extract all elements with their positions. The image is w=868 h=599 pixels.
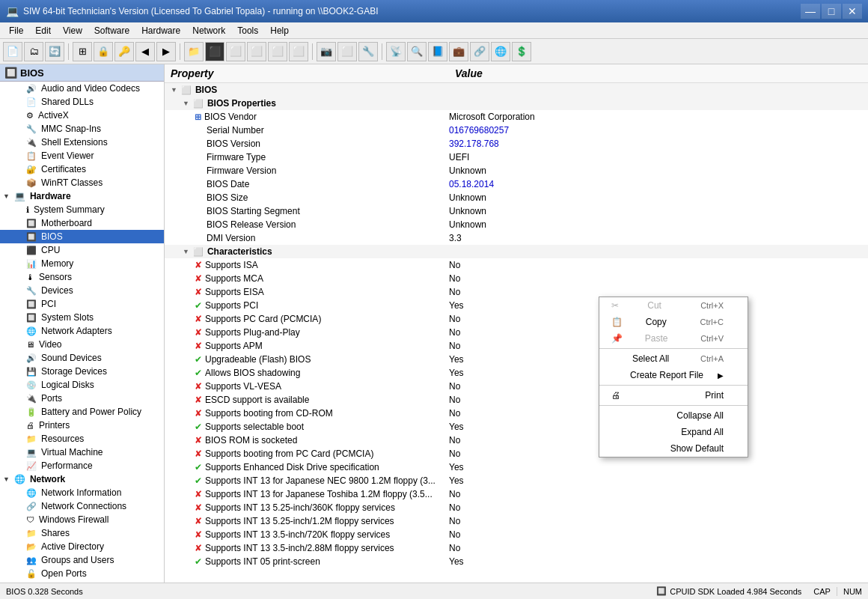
sidebar-item-windows-firewall[interactable]: 🛡Windows Firewall bbox=[0, 513, 164, 526]
context-item-copy[interactable]: 📋CopyCtrl+C bbox=[599, 314, 748, 330]
sidebar-item-resources[interactable]: 📁Resources bbox=[0, 432, 164, 446]
menu-item-file[interactable]: File bbox=[3, 24, 29, 37]
sidebar-item-open-ports[interactable]: 🔓Open Ports bbox=[0, 567, 164, 580]
section-row: ▼ ⬜ BIOS bbox=[165, 83, 868, 97]
status-yes-icon: ✔ bbox=[195, 354, 202, 365]
menu-item-software[interactable]: Software bbox=[88, 24, 135, 37]
toolbar-separator-3 bbox=[312, 43, 313, 60]
sidebar-item-performance[interactable]: 📈Performance bbox=[0, 459, 164, 472]
context-item-label: Select All bbox=[632, 353, 669, 364]
item-icon: ⬛ bbox=[26, 246, 37, 255]
sidebar-item-battery-and-power-policy[interactable]: 🔋Battery and Power Policy bbox=[0, 405, 164, 419]
sidebar-item-logical-disks[interactable]: 💿Logical Disks bbox=[0, 378, 164, 392]
sidebar-item-printers[interactable]: 🖨Printers bbox=[0, 419, 164, 432]
prop-label: Supports booting from CD-ROM bbox=[205, 408, 333, 419]
toolbar-back-button[interactable]: ◀ bbox=[135, 42, 155, 61]
data-row: ✔ Supports selectable boot Yes bbox=[165, 420, 868, 434]
toolbar-dollar-button[interactable]: 💲 bbox=[512, 42, 531, 61]
item-icon: 🔐 bbox=[26, 165, 37, 174]
context-item-create_report_file[interactable]: Create Report File▶ bbox=[599, 367, 748, 383]
sidebar-item-shares[interactable]: 📁Shares bbox=[0, 526, 164, 540]
context-item-print[interactable]: 🖨Print bbox=[599, 387, 748, 404]
close-button[interactable]: ✕ bbox=[843, 4, 862, 19]
minimize-button[interactable]: — bbox=[801, 4, 820, 19]
toolbar-box3-button[interactable]: ⬜ bbox=[247, 42, 266, 61]
toolbar-box2-button[interactable]: ⬜ bbox=[226, 42, 245, 61]
toolbar-box5-button[interactable]: ⬜ bbox=[289, 42, 308, 61]
toolbar-lock-button[interactable]: 🔒 bbox=[94, 42, 113, 61]
toolbar-open-button[interactable]: 🗂 bbox=[24, 42, 43, 61]
menu-item-edit[interactable]: Edit bbox=[29, 24, 57, 37]
toolbar-stop-button[interactable]: ⬜ bbox=[337, 42, 357, 61]
toolbar-grid-button[interactable]: ⊞ bbox=[73, 42, 92, 61]
item-label: Certificates bbox=[41, 164, 86, 174]
item-label: ActiveX bbox=[38, 110, 69, 121]
toolbar-screenshot-button[interactable]: 📷 bbox=[317, 42, 336, 61]
sidebar-item-network-information[interactable]: 🌐Network Information bbox=[0, 486, 164, 499]
sidebar-item-memory[interactable]: 📊Memory bbox=[0, 257, 164, 270]
menu-item-view[interactable]: View bbox=[57, 24, 88, 37]
sidebar-item-shell-extensions[interactable]: 🔌Shell Extensions bbox=[0, 136, 164, 149]
sidebar-item-shared-dlls[interactable]: 📄Shared DLLs bbox=[0, 95, 164, 109]
toolbar-file-button[interactable]: 📄 bbox=[3, 42, 22, 61]
toolbar-settings-button[interactable]: 🔧 bbox=[358, 42, 378, 61]
toolbar-search-button[interactable]: 🔍 bbox=[407, 42, 427, 61]
sidebar-item-system-slots[interactable]: 🔲System Slots bbox=[0, 311, 164, 324]
context-separator-6 bbox=[599, 385, 748, 386]
sidebar-item-sensors[interactable]: 🌡Sensors bbox=[0, 270, 164, 284]
sidebar-item-winrt-classes[interactable]: 📦WinRT Classes bbox=[0, 176, 164, 189]
menu-item-hardware[interactable]: Hardware bbox=[135, 24, 186, 37]
sidebar-item-groups-and-users[interactable]: 👥Groups and Users bbox=[0, 553, 164, 567]
toolbar-key-button[interactable]: 🔑 bbox=[114, 42, 134, 61]
prop-label: BIOS Vendor bbox=[204, 112, 257, 122]
toolbar-box1-button[interactable]: ⬛ bbox=[205, 42, 224, 61]
sidebar-item-sound-devices[interactable]: 🔊Sound Devices bbox=[0, 351, 164, 365]
toolbar-link-button[interactable]: 🔗 bbox=[470, 42, 489, 61]
sidebar-item-storage-devices[interactable]: 💾Storage Devices bbox=[0, 365, 164, 378]
main-container: 🔲 BIOS 🔊Audio and Video Codecs📄Shared DL… bbox=[0, 64, 868, 583]
sidebar-item-motherboard[interactable]: 🔲Motherboard bbox=[0, 216, 164, 230]
sidebar-item-video[interactable]: 🖥Video bbox=[0, 338, 164, 351]
context-item-select_all[interactable]: Select AllCtrl+A bbox=[599, 350, 748, 367]
menu-item-help[interactable]: Help bbox=[264, 24, 295, 37]
sidebar-item-cpu[interactable]: ⬛CPU bbox=[0, 243, 164, 257]
cpuid-text: CPUID SDK Loaded 4.984 Seconds bbox=[670, 587, 801, 596]
sidebar-item-network-connections[interactable]: 🔗Network Connections bbox=[0, 499, 164, 513]
toolbar-network-button[interactable]: 📡 bbox=[386, 42, 406, 61]
sidebar-item-system-summary[interactable]: ℹSystem Summary bbox=[0, 203, 164, 216]
sidebar-item-network[interactable]: ▼🌐Network bbox=[0, 472, 164, 486]
toolbar-info-button[interactable]: 📘 bbox=[428, 42, 447, 61]
toolbar-linkedin-button[interactable]: 💼 bbox=[449, 42, 468, 61]
item-icon: 📂 bbox=[26, 542, 37, 552]
toolbar-web-button[interactable]: 🌐 bbox=[491, 42, 510, 61]
sidebar-item-audio-and-video-codecs[interactable]: 🔊Audio and Video Codecs bbox=[0, 82, 164, 95]
sidebar-item-active-directory[interactable]: 📂Active Directory bbox=[0, 540, 164, 553]
sidebar-item-ports[interactable]: 🔌Ports bbox=[0, 392, 164, 405]
item-icon: 🔧 bbox=[26, 124, 37, 134]
sidebar-item-activex[interactable]: ⚙ActiveX bbox=[0, 109, 164, 122]
item-icon: 🔌 bbox=[26, 394, 37, 404]
sidebar-item-event-viewer[interactable]: 📋Event Viewer bbox=[0, 149, 164, 162]
group-label: Hardware bbox=[30, 191, 71, 201]
context-item-expand_all[interactable]: Expand All bbox=[599, 424, 748, 440]
context-item-show_default[interactable]: Show Default bbox=[599, 440, 748, 457]
toolbar-forward-button[interactable]: ▶ bbox=[156, 42, 176, 61]
sidebar-item-bios[interactable]: 🔲BIOS bbox=[0, 230, 164, 243]
sidebar-item-network-adapters[interactable]: 🌐Network Adapters bbox=[0, 324, 164, 338]
sidebar-item-mmc-snap-ins[interactable]: 🔧MMC Snap-Ins bbox=[0, 122, 164, 136]
maximize-button[interactable]: □ bbox=[822, 4, 841, 19]
menu-item-network[interactable]: Network bbox=[186, 24, 231, 37]
item-icon: 📋 bbox=[26, 151, 37, 161]
menu-item-tools[interactable]: Tools bbox=[231, 24, 264, 37]
toolbar-refresh-button[interactable]: 🔄 bbox=[45, 42, 64, 61]
sidebar-item-certificates[interactable]: 🔐Certificates bbox=[0, 162, 164, 176]
toolbar-folder-button[interactable]: 📁 bbox=[184, 42, 204, 61]
sidebar-item-hardware[interactable]: ▼💻Hardware bbox=[0, 189, 164, 203]
sidebar-item-virtual-machine[interactable]: 💻Virtual Machine bbox=[0, 446, 164, 459]
toolbar-box4-button[interactable]: ⬜ bbox=[268, 42, 287, 61]
sidebar-item-devices[interactable]: 🔧Devices bbox=[0, 284, 164, 297]
sidebar-items: 🔊Audio and Video Codecs📄Shared DLLs⚙Acti… bbox=[0, 82, 164, 580]
prop-value: Yes bbox=[449, 462, 865, 472]
context-item-collapse_all[interactable]: Collapse All bbox=[599, 407, 748, 424]
sidebar-item-pci[interactable]: 🔲PCI bbox=[0, 297, 164, 311]
